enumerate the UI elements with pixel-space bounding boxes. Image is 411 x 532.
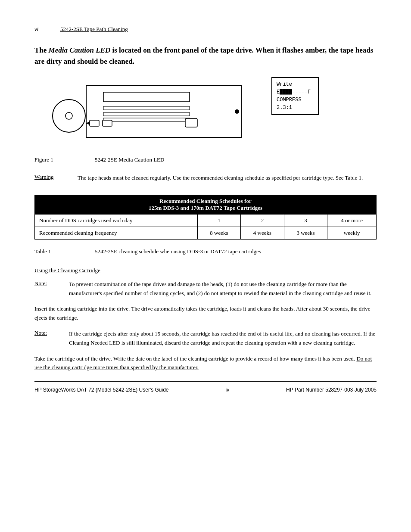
footer-rule: [34, 381, 377, 382]
table-caption-link: DDS-3 or DAT72: [187, 248, 227, 255]
svg-rect-1: [103, 92, 190, 102]
table-caption-pre: 5242-2SE cleaning schedule when using: [95, 248, 187, 255]
table-row-2: Recommended cleaning frequency 8 weeks 4…: [35, 227, 377, 239]
para2: Take the cartridge out of the drive. Wri…: [34, 355, 377, 373]
footer: HP StorageWorks DAT 72 (Model 5242-2SE) …: [34, 387, 377, 393]
table-caption-text: 5242-2SE cleaning schedule when using DD…: [95, 248, 377, 255]
table-row2-col4: weekly: [327, 227, 377, 239]
table-row2-col1: 8 weeks: [197, 227, 241, 239]
table-row2-col3: 3 weeks: [284, 227, 327, 239]
svg-rect-8: [103, 120, 112, 126]
table-header-row1: Recommended Cleaning Schedules for: [39, 198, 372, 205]
table-caption-post: tape cartridges: [227, 248, 261, 255]
table-caption: Table 1 5242-2SE cleaning schedule when …: [34, 248, 377, 255]
warning-label: Warning: [34, 174, 69, 183]
footer-center: iv: [225, 387, 229, 393]
heading-italic: Media Caution LED: [49, 46, 111, 54]
figure-label: Figure 1: [34, 156, 69, 163]
figure-caption: Figure 1 5242-2SE Media Caution LED: [34, 156, 377, 163]
footer-right: HP Part Number 528297-003 July 2005: [286, 387, 377, 393]
svg-point-12: [235, 109, 239, 114]
table-row1-label: Number of DDS cartridges used each day: [35, 214, 198, 227]
warning-text: The tape heads must be cleaned regularly…: [78, 174, 377, 183]
section-heading: Using the Cleaning Cartridge: [34, 267, 377, 274]
page: vi 5242-2SE Tape Path Cleaning The Media…: [0, 0, 411, 419]
table-row1-col1: 1: [197, 214, 241, 227]
table-row1-col4: 4 or more: [327, 214, 377, 227]
svg-point-6: [65, 112, 72, 119]
table-row2-col2: 4 weeks: [241, 227, 284, 239]
note1-row: Note: To prevent contamination of the ta…: [34, 280, 377, 298]
note1-text: To prevent contamination of the tape dri…: [69, 280, 377, 298]
note2-text: If the cartridge ejects after only about…: [69, 330, 377, 348]
svg-rect-7: [90, 120, 99, 126]
table-row-1: Number of DDS cartridges used each day 1…: [35, 214, 377, 227]
svg-rect-11: [185, 118, 197, 127]
table-row1-col2: 2: [241, 214, 284, 227]
table-header-row2: 125m DDS-3 and 170m DAT72 Tape Cartridge…: [39, 205, 372, 212]
svg-rect-2: [103, 106, 190, 110]
heading-pre: The: [34, 46, 49, 54]
warning-row: Warning The tape heads must be cleaned r…: [34, 174, 377, 183]
table-row1-col3: 3: [284, 214, 327, 227]
lcd-display: WriteE████-----FCOMPRESS2.3:1: [271, 77, 319, 115]
note2-label: Note:: [34, 330, 60, 348]
header-row: vi 5242-2SE Tape Path Cleaning: [34, 26, 377, 33]
tape-drive-diagram: [47, 77, 263, 146]
section-link: 5242-2SE Tape Path Cleaning: [60, 26, 128, 33]
para1: Insert the cleaning cartridge into the d…: [34, 305, 377, 323]
note1-label: Note:: [34, 280, 60, 298]
diagram-container: WriteE████-----FCOMPRESS2.3:1: [47, 77, 377, 146]
cleaning-table: Recommended Cleaning Schedules for 125m …: [34, 195, 377, 240]
main-heading: The Media Caution LED is located on the …: [34, 45, 377, 67]
para2-pre: Take the cartridge out of the drive. Wri…: [34, 355, 356, 362]
note2-row: Note: If the cartridge ejects after only…: [34, 330, 377, 348]
svg-rect-3: [103, 112, 190, 116]
table-caption-label: Table 1: [34, 248, 69, 255]
figure-caption-text: 5242-2SE Media Caution LED: [95, 156, 164, 163]
svg-rect-4: [103, 118, 190, 121]
table-header: Recommended Cleaning Schedules for 125m …: [35, 195, 377, 214]
footer-left: HP StorageWorks DAT 72 (Model 5242-2SE) …: [34, 387, 169, 393]
table-row2-label: Recommended cleaning frequency: [35, 227, 198, 239]
page-indicator: vi: [34, 26, 60, 33]
